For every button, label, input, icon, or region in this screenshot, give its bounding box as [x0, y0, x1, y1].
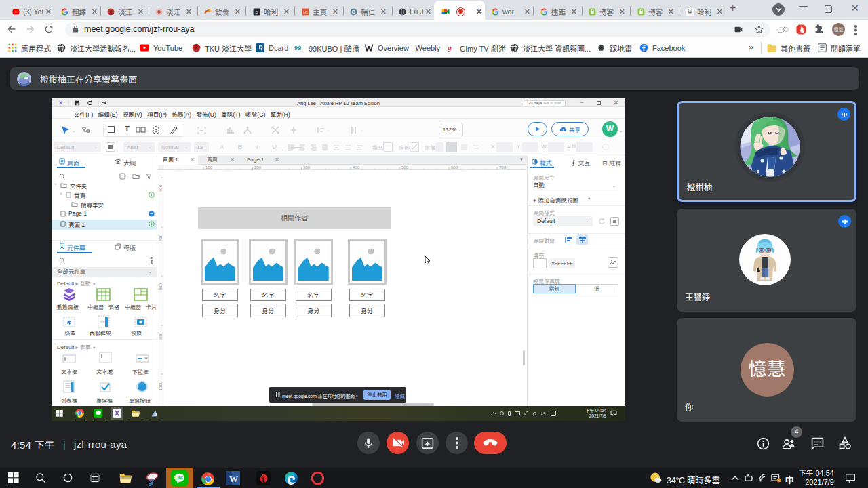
svg-text:600: 600: [451, 165, 458, 169]
svg-text:700: 700: [499, 165, 507, 169]
svg-text:700: 700: [159, 234, 163, 241]
svg-text:LINE: LINE: [176, 476, 184, 480]
svg-text:g: g: [447, 43, 452, 52]
svg-text:200: 200: [254, 165, 262, 169]
svg-text:300: 300: [303, 165, 311, 169]
svg-text:900: 900: [159, 332, 163, 340]
svg-text:600: 600: [159, 184, 163, 192]
svg-text:n/a: n/a: [100, 320, 105, 323]
svg-text:D: D: [256, 9, 258, 14]
svg-text:99: 99: [294, 44, 301, 51]
svg-text:LC: LC: [303, 10, 308, 14]
svg-text:500: 500: [401, 165, 409, 169]
svg-text:800: 800: [159, 283, 163, 290]
svg-text:1000: 1000: [159, 381, 163, 390]
svg-text:100: 100: [205, 165, 213, 169]
svg-text:400: 400: [353, 165, 360, 169]
svg-text:W: W: [688, 9, 693, 15]
